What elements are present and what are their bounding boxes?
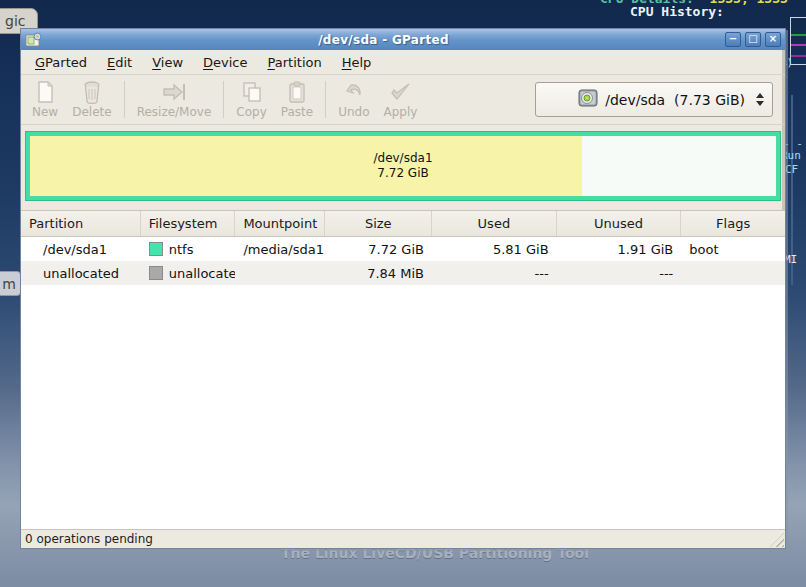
toolbar-label: Apply <box>384 105 418 119</box>
column-header-flags[interactable]: Flags <box>681 211 785 236</box>
copy-icon <box>240 80 264 104</box>
toolbar-separator <box>223 81 224 118</box>
graph-line-magenta <box>791 44 806 46</box>
toolbar-label: Paste <box>281 105 313 119</box>
toolbar-label: Copy <box>236 105 266 119</box>
background-window-tab-m[interactable]: m <box>0 271 21 296</box>
gparted-app-icon <box>25 32 42 47</box>
device-selector-value: /dev/sda (7.73 GiB) <box>605 92 745 108</box>
resize-arrow-icon <box>160 80 188 104</box>
menu-device[interactable]: Device <box>193 52 257 73</box>
menu-partition[interactable]: Partition <box>258 52 332 73</box>
cell-unused: 1.91 GiB <box>557 237 682 261</box>
table-header-row: Partition Filesystem Mountpoint Size Use… <box>21 211 785 237</box>
spinner-arrows-icon <box>756 93 764 106</box>
toolbar-separator <box>124 81 125 118</box>
cell-unused: --- <box>557 261 682 285</box>
toolbar-label: Resize/Move <box>137 105 212 119</box>
partition-name: /dev/sda1 <box>373 151 432 166</box>
filesystem-name: ntfs <box>169 242 194 257</box>
trash-icon <box>80 80 104 104</box>
menu-edit[interactable]: Edit <box>97 52 142 73</box>
cell-size: 7.84 MiB <box>325 261 432 285</box>
cell-partition: /dev/sda1 <box>21 237 141 261</box>
filesystem-color-swatch <box>149 242 163 256</box>
undo-arrow-icon <box>342 80 366 104</box>
filesystem-name: unallocated <box>169 266 236 281</box>
cell-size: 7.72 GiB <box>325 237 432 261</box>
cell-flags <box>681 261 785 285</box>
toolbar-label: Delete <box>72 105 111 119</box>
new-partition-button[interactable]: New <box>25 77 65 122</box>
cell-partition: unallocated <box>21 261 141 285</box>
partition-visual-panel: /dev/sda1 7.72 GiB <box>21 125 785 210</box>
resize-grip[interactable] <box>770 533 784 547</box>
checkmark-icon <box>388 80 412 104</box>
toolbar-label: Undo <box>338 105 369 119</box>
paste-button[interactable]: Paste <box>274 77 320 122</box>
toolbar-spacer <box>424 77 534 122</box>
resize-move-button[interactable]: Resize/Move <box>130 77 219 122</box>
titlebar[interactable]: /dev/sda - GParted − □ × <box>21 29 785 50</box>
copy-button[interactable]: Copy <box>229 77 273 122</box>
cpu-history-label: CPU History: <box>630 4 724 19</box>
close-button[interactable]: × <box>765 32 781 47</box>
partition-table: Partition Filesystem Mountpoint Size Use… <box>21 210 785 529</box>
statusbar: 0 operations pending <box>21 529 785 548</box>
toolbar-label: New <box>32 105 58 119</box>
cell-mountpoint: /media/sda1 <box>235 237 325 261</box>
device-selector[interactable]: /dev/sda (7.73 GiB) <box>535 82 773 117</box>
toolbar-separator <box>325 81 326 118</box>
cell-used: 5.81 GiB <box>432 237 557 261</box>
window-title: /dev/sda - GParted <box>46 33 721 47</box>
minimize-button[interactable]: − <box>725 32 741 47</box>
monitor-fragment: CF <box>785 163 798 176</box>
undo-button[interactable]: Undo <box>331 77 376 122</box>
column-header-unused[interactable]: Unused <box>557 211 682 236</box>
cell-used: --- <box>432 261 557 285</box>
clipboard-icon <box>285 80 309 104</box>
maximize-button[interactable]: □ <box>745 32 761 47</box>
cell-filesystem: ntfs <box>141 237 236 261</box>
operations-pending-text: 0 operations pending <box>25 532 153 546</box>
cell-filesystem: unallocated <box>141 261 236 285</box>
column-header-mountpoint[interactable]: Mountpoint <box>235 211 325 236</box>
table-row-sda1[interactable]: /dev/sda1 ntfs /media/sda1 7.72 GiB 5.81… <box>21 237 785 261</box>
cell-flags: boot <box>681 237 785 261</box>
toolbar: New Delete Resize/Move Copy Paste <box>21 75 785 125</box>
hard-drive-icon <box>543 72 599 127</box>
table-row-unallocated[interactable]: unallocated unallocated 7.84 MiB --- --- <box>21 261 785 285</box>
column-header-used[interactable]: Used <box>432 211 557 236</box>
partition-bar-sda1[interactable]: /dev/sda1 7.72 GiB <box>26 132 780 200</box>
gparted-window: /dev/sda - GParted − □ × GParted Edit Vi… <box>20 28 786 549</box>
cell-mountpoint <box>235 261 325 285</box>
column-header-partition[interactable]: Partition <box>21 211 141 236</box>
column-header-size[interactable]: Size <box>325 211 432 236</box>
partition-size: 7.72 GiB <box>377 166 428 181</box>
apply-button[interactable]: Apply <box>377 77 425 122</box>
partition-bar-label: /dev/sda1 7.72 GiB <box>30 136 776 196</box>
menu-help[interactable]: Help <box>332 52 382 73</box>
graph-line-green <box>791 34 806 36</box>
menubar: GParted Edit View Device Partition Help <box>21 50 785 75</box>
column-header-filesystem[interactable]: Filesystem <box>141 211 236 236</box>
menu-gparted[interactable]: GParted <box>25 52 97 73</box>
new-document-icon <box>33 80 57 104</box>
delete-partition-button[interactable]: Delete <box>65 77 118 122</box>
filesystem-color-swatch <box>149 266 163 280</box>
graph-line-magenta-2 <box>791 55 806 57</box>
menu-view[interactable]: View <box>142 52 193 73</box>
